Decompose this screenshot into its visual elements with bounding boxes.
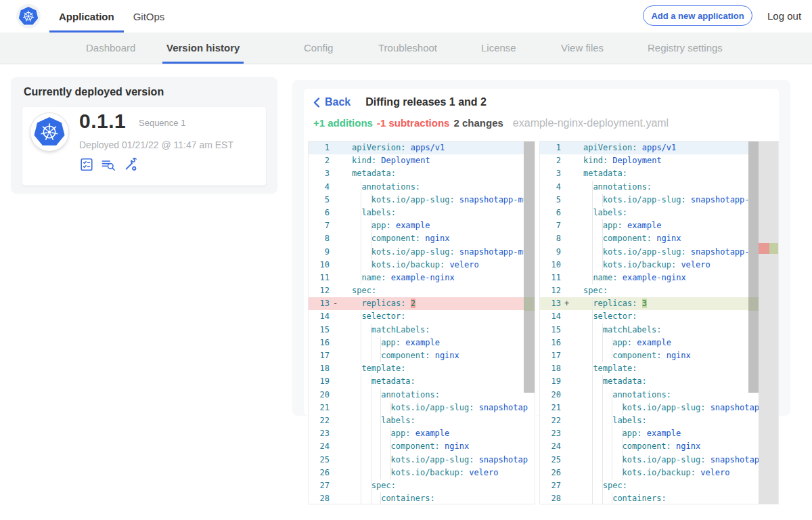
subnav-item-dashboard[interactable]: Dashboard: [82, 32, 139, 62]
chevron-left-icon: [313, 98, 320, 108]
code-line: 12spec:: [540, 284, 778, 297]
sequence-label: Sequence 1: [139, 118, 185, 128]
app-logo[interactable]: [16, 4, 41, 28]
edit-config-icon[interactable]: [122, 157, 139, 172]
scrollbar-thumb[interactable]: [524, 142, 535, 393]
ruler-insertion-mark: [769, 243, 778, 254]
code-line: 20annotations:: [540, 389, 778, 402]
code-line: 6labels:: [309, 207, 535, 219]
code-line: 9kots.io/app-slug: snapshotapp-mu: [540, 246, 778, 259]
code-line: 19metadata:: [540, 375, 778, 388]
deployed-version-card: Currently deployed version 0.1.1 Sequenc…: [11, 77, 277, 194]
logout-link[interactable]: Log out: [767, 10, 801, 22]
code-line: 18template:: [540, 362, 778, 375]
additions-count: +1 additions: [313, 117, 373, 129]
code-line: 11name: example-nginx: [540, 272, 778, 284]
code-line: 28containers:: [309, 492, 535, 504]
code-line: 16app: example: [540, 337, 778, 349]
code-line: 21kots.io/app-slug: snapshotap: [309, 402, 535, 414]
code-line: 9kots.io/app-slug: snapshotapp-mu: [309, 246, 535, 259]
code-line: 21kots.io/app-slug: snapshotap: [540, 402, 778, 414]
code-line: 4annotations:: [540, 181, 778, 194]
code-line: 14selector:: [540, 310, 778, 323]
code-line: 10kots.io/backup: velero: [309, 259, 535, 272]
code-line: 14selector:: [309, 310, 535, 323]
diff-line-marker: [748, 297, 759, 310]
code-line: 26kots.io/backup: velero: [540, 467, 778, 479]
code-line: 24component: nginx: [540, 440, 778, 453]
subnav-item-registry-settings[interactable]: Registry settings: [644, 32, 727, 62]
kots-admin-console: ApplicationGitOps Add a new application …: [0, 0, 812, 520]
code-line: 12spec:: [309, 284, 535, 297]
code-line: 5kots.io/app-slug: snapshotapp-mu: [309, 194, 535, 207]
scrollbar-thumb[interactable]: [748, 142, 759, 393]
code-line: 15matchLabels:: [540, 324, 778, 337]
changes-count: 2 changes: [453, 117, 503, 129]
view-logs-icon[interactable]: [100, 157, 116, 172]
code-line: 5kots.io/app-slug: snapshotapp-mu: [540, 194, 778, 207]
code-line: 24component: nginx: [309, 440, 535, 453]
code-line: 25kots.io/app-slug: snapshotap: [309, 454, 535, 467]
code-line: 22labels:: [309, 414, 535, 427]
back-button[interactable]: Back: [313, 96, 351, 108]
code-line: 17component: nginx: [540, 349, 778, 362]
code-line: 27spec:: [309, 479, 535, 492]
code-line: 27spec:: [540, 479, 778, 492]
release-notes-icon[interactable]: [79, 157, 94, 172]
subnav-item-troubleshoot[interactable]: Troubleshoot: [374, 32, 441, 62]
code-line: 11name: example-nginx: [309, 272, 535, 284]
diff-filename: example-nginx-deployment.yaml: [513, 117, 669, 129]
code-line: 10kots.io/backup: velero: [540, 259, 778, 272]
kubernetes-icon: [19, 7, 39, 26]
code-line: 13-replicas: 2: [309, 297, 535, 310]
code-line: 17component: nginx: [309, 349, 535, 362]
editor-original[interactable]: 1apiVersion: apps/v12kind: Deployment3me…: [308, 141, 535, 504]
deployed-timestamp: Deployed 01/21/22 @ 11:47 am EST: [79, 139, 233, 150]
diff-title: Diffing releases 1 and 2: [365, 96, 487, 108]
code-line: 8component: nginx: [309, 232, 535, 245]
code-line: 3metadata:: [540, 167, 778, 180]
diff-line-marker: [524, 297, 535, 310]
editor-modified[interactable]: 1apiVersion: apps/v12kind: Deployment3me…: [539, 141, 779, 504]
deployed-card-title: Currently deployed version: [24, 86, 164, 98]
code-line: 4annotations:: [309, 181, 535, 194]
code-line: 22labels:: [540, 414, 778, 427]
code-line: 23app: example: [540, 427, 778, 440]
code-line: 1apiVersion: apps/v1: [540, 142, 778, 154]
subnav-item-license[interactable]: License: [477, 32, 520, 62]
kubernetes-icon: [34, 117, 65, 147]
deployed-version-row: 0.1.1 Sequence 1 Deployed 01/21/22 @ 11:…: [22, 107, 266, 186]
version-action-icons: [79, 157, 139, 172]
app-icon-badge: [30, 113, 68, 151]
secondary-nav: DashboardVersion historyConfigTroublesho…: [0, 32, 812, 64]
code-line: 7app: example: [309, 219, 535, 232]
code-line: 7app: example: [540, 219, 778, 232]
tab-gitops[interactable]: GitOps: [124, 0, 175, 32]
diff-stats: +1 additions -1 subtractions 2 changes e…: [313, 117, 669, 129]
tab-application[interactable]: Application: [49, 0, 124, 32]
back-label: Back: [325, 96, 351, 108]
code-line: 3metadata:: [309, 167, 535, 180]
code-line: 2kind: Deployment: [309, 154, 535, 167]
code-line: 20annotations:: [309, 389, 535, 402]
code-line: 25kots.io/app-slug: snapshotap: [540, 454, 778, 467]
code-line: 1apiVersion: apps/v1: [309, 142, 535, 154]
code-line: 8component: nginx: [540, 232, 778, 245]
overview-ruler: [759, 142, 778, 504]
subnav-item-version-history[interactable]: Version history: [162, 32, 244, 64]
code-line: 28containers:: [540, 492, 778, 504]
subnav-item-view-files[interactable]: View files: [557, 32, 608, 62]
code-line: 15matchLabels:: [309, 324, 535, 337]
code-line: 16app: example: [309, 337, 535, 349]
subtractions-count: -1 subtractions: [377, 117, 450, 129]
subnav-item-config[interactable]: Config: [300, 32, 337, 62]
code-line: 13+replicas: 3: [540, 297, 778, 310]
primary-tabs: ApplicationGitOps: [49, 0, 174, 32]
version-number: 0.1.1: [79, 110, 126, 133]
code-line: 19metadata:: [309, 375, 535, 388]
code-line: 18template:: [309, 362, 535, 375]
add-application-button[interactable]: Add a new application: [643, 5, 752, 26]
code-line: 2kind: Deployment: [540, 154, 778, 167]
top-bar: ApplicationGitOps Add a new application …: [0, 0, 812, 33]
ruler-deletion-mark: [759, 243, 769, 254]
